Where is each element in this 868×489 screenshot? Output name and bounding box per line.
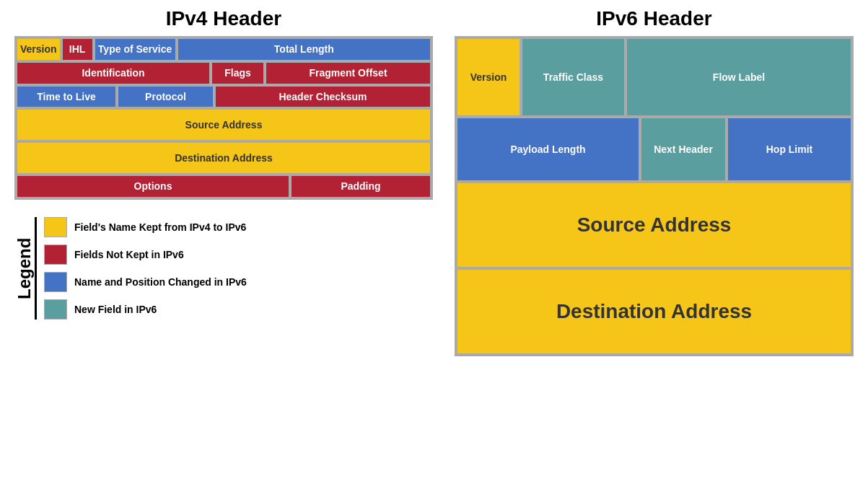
legend-item-blue: Name and Position Changed in IPv6 [44, 272, 433, 292]
ipv4-dest-address: Destination Address [16, 141, 431, 175]
ipv6-traffic-class: Traffic Class [521, 38, 626, 117]
ipv4-tos: Type of Service [94, 38, 177, 61]
ipv4-row1: Version IHL Type of Service Total Length [16, 38, 431, 61]
ipv4-protocol: Protocol [117, 85, 214, 109]
ipv6-version: Version [456, 38, 521, 117]
legend-label-yellow: Field's Name Kept from IPv4 to IPv6 [74, 221, 246, 233]
ipv4-row4: Source Address [16, 108, 431, 141]
ipv6-payload-length: Payload Length [456, 117, 640, 182]
ipv6-dest-address: Destination Address [456, 268, 852, 355]
ipv4-row6: Options Padding [16, 175, 431, 198]
ipv6-row1: Version Traffic Class Flow Label [456, 38, 852, 117]
ipv4-frag-offset: Fragment Offset [265, 61, 431, 85]
ipv6-source-address: Source Address [456, 182, 852, 268]
ipv4-ttl: Time to Live [16, 85, 117, 109]
legend-item-yellow: Field's Name Kept from IPv4 to IPv6 [44, 217, 433, 237]
ipv4-source-address: Source Address [16, 108, 431, 141]
legend-item-teal: New Field in IPv6 [44, 299, 433, 320]
ipv6-title: IPv6 Header [455, 7, 854, 30]
ipv4-row3: Time to Live Protocol Header Checksum [16, 85, 431, 109]
legend-label-red: Fields Not Kept in IPv6 [74, 249, 184, 260]
legend-label-blue: Name and Position Changed in IPv6 [74, 276, 247, 288]
ipv4-row5: Destination Address [16, 141, 431, 175]
ipv4-header-checksum: Header Checksum [214, 85, 431, 109]
ipv6-grid: Version Traffic Class Flow Label Payload… [455, 36, 854, 356]
legend-title: Legend [14, 217, 35, 320]
ipv4-options: Options [16, 175, 290, 198]
ipv6-hop-limit: Hop Limit [727, 117, 852, 182]
legend-swatch-red [44, 244, 67, 265]
legend-swatch-yellow [44, 217, 67, 237]
legend-item-red: Fields Not Kept in IPv6 [44, 244, 433, 265]
legend-container: Legend Field's Name Kept from IPv4 to IP… [14, 217, 433, 320]
ipv6-row3: Source Address [456, 182, 852, 268]
ipv4-ihl: IHL [61, 38, 94, 61]
ipv4-padding: Padding [290, 175, 431, 198]
legend-swatch-blue [44, 272, 67, 292]
ipv4-identification: Identification [16, 61, 211, 85]
ipv6-row4: Destination Address [456, 268, 852, 355]
legend-label-teal: New Field in IPv6 [74, 304, 157, 315]
legend-items: Field's Name Kept from IPv4 to IPv6 Fiel… [35, 217, 433, 320]
ipv6-next-header: Next Header [640, 117, 727, 182]
ipv4-row2: Identification Flags Fragment Offset [16, 61, 431, 85]
ipv4-grid: Version IHL Type of Service Total Length… [14, 36, 433, 200]
ipv4-version: Version [16, 38, 61, 61]
ipv6-row2: Payload Length Next Header Hop Limit [456, 117, 852, 182]
ipv4-flags: Flags [211, 61, 265, 85]
ipv4-total-length: Total Length [177, 38, 431, 61]
legend-swatch-teal [44, 299, 67, 320]
ipv6-flow-label: Flow Label [626, 38, 852, 117]
ipv4-title: IPv4 Header [14, 7, 433, 30]
